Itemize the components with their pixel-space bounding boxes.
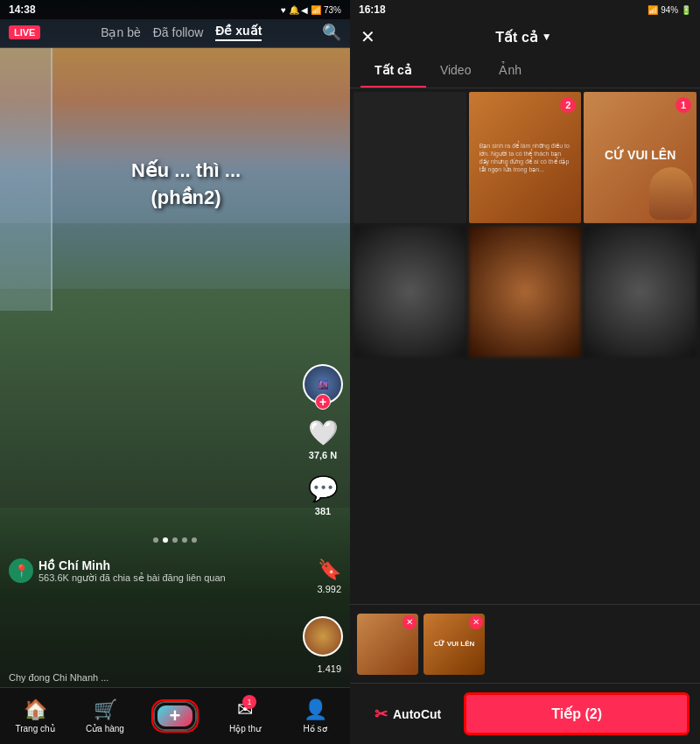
dot-3 bbox=[172, 537, 178, 543]
media-cell-6[interactable] bbox=[584, 226, 696, 357]
nav-tabs: Bạn bè Đã follow Đề xuất bbox=[101, 24, 262, 41]
nav-shop[interactable]: 🛒 Cửa hàng bbox=[70, 698, 140, 733]
selected-thumb-2[interactable]: CỨ VUI LÊN ✕ bbox=[424, 614, 485, 675]
comment-count: 381 bbox=[315, 506, 331, 516]
filter-tab-video[interactable]: Video bbox=[426, 54, 486, 88]
autocut-button[interactable]: ✂ AutoCut bbox=[360, 696, 455, 733]
tab-dexuat[interactable]: Đề xuất bbox=[215, 24, 262, 41]
right-actions: 🌆 + 🤍 37,6 N 💬 381 bbox=[303, 364, 343, 516]
dot-1 bbox=[153, 537, 158, 543]
media-cell-4[interactable] bbox=[354, 226, 466, 357]
media-cell-1[interactable] bbox=[354, 92, 466, 223]
plus-icon: + bbox=[170, 705, 181, 727]
location-name: Hồ Chí Minh bbox=[38, 558, 226, 572]
bookmark-block[interactable]: 🔖 3.992 bbox=[317, 558, 341, 594]
caption-bar: Chy đong Chi Nhanh ... bbox=[0, 672, 350, 683]
right-panel: 16:18 📶 94% 🔋 ✕ Tất cả ▼ Tất cả Video Ản… bbox=[350, 0, 700, 744]
live-badge[interactable]: LIVE bbox=[9, 25, 40, 39]
follow-plus-button[interactable]: + bbox=[315, 394, 331, 410]
filter-tab-all[interactable]: Tất cả bbox=[360, 54, 426, 88]
filter-tab-photo[interactable]: Ảnh bbox=[485, 54, 536, 88]
left-status-icons: ♥ 🔔 ◀ 📶 73% bbox=[281, 5, 341, 15]
media-row-1: Bạn sinh ra để làm những điều to lớn. Ng… bbox=[354, 92, 696, 223]
window-frame bbox=[0, 48, 52, 311]
location-text: Hồ Chí Minh 563.6K người đã chia sẻ bài … bbox=[38, 558, 226, 584]
location-block: 📍 Hồ Chí Minh 563.6K người đã chia sẻ bà… bbox=[9, 558, 317, 584]
bookmark-icon: 🔖 bbox=[318, 558, 341, 581]
bottom-info: 📍 Hồ Chí Minh 563.6K người đã chia sẻ bà… bbox=[0, 558, 350, 674]
video-text-line2: (phần2) bbox=[150, 186, 220, 208]
video-text-line1: Nếu ... thì ... bbox=[131, 159, 241, 181]
next-label: Tiếp (2) bbox=[551, 706, 602, 721]
selected-thumb-1[interactable]: ✕ bbox=[357, 614, 418, 675]
close-button[interactable]: ✕ bbox=[360, 26, 375, 47]
tab-banje[interactable]: Bạn bè bbox=[101, 25, 141, 39]
video-overlay-text: Nếu ... thì ... (phần2) bbox=[131, 158, 241, 212]
nav-home-label: Trang chủ bbox=[15, 724, 54, 733]
heart-icon: 🤍 bbox=[308, 418, 339, 447]
chevron-down-icon[interactable]: ▼ bbox=[542, 31, 552, 43]
user-avatar-bottom bbox=[303, 616, 343, 656]
nav-profile[interactable]: 👤 Hồ sơ bbox=[280, 698, 350, 733]
creator-avatar[interactable]: 🌆 + bbox=[303, 364, 343, 404]
like-action[interactable]: 🤍 37,6 N bbox=[308, 418, 339, 460]
right-time: 16:18 bbox=[359, 4, 386, 16]
nav-add[interactable]: + bbox=[140, 699, 210, 733]
left-panel: 14:38 ♥ 🔔 ◀ 📶 73% LIVE Bạn bè Đã follow … bbox=[0, 0, 350, 744]
badge-3: 1 bbox=[676, 97, 691, 113]
media-cell-3[interactable]: CỨ VUI LÊN 1 bbox=[584, 92, 696, 223]
shop-icon: 🛒 bbox=[94, 698, 117, 721]
scissors-icon: ✂ bbox=[374, 705, 388, 724]
dot-5 bbox=[192, 537, 197, 543]
tab-dafollow[interactable]: Đã follow bbox=[153, 25, 204, 39]
nav-inbox[interactable]: ✉ 1 Hộp thư bbox=[210, 698, 280, 733]
nav-shop-label: Cửa hàng bbox=[86, 724, 124, 733]
right-status-bar: 16:18 📶 94% 🔋 bbox=[350, 0, 700, 19]
remove-thumb-2[interactable]: ✕ bbox=[469, 615, 483, 629]
media-cell-2[interactable]: Bạn sinh ra để làm những điều to lớn. Ng… bbox=[469, 92, 582, 223]
profile-icon: 👤 bbox=[304, 698, 327, 721]
filter-tabs: Tất cả Video Ảnh bbox=[350, 54, 700, 88]
nav-home[interactable]: 🏠 Trang chủ bbox=[0, 698, 70, 733]
comment-icon: 💬 bbox=[308, 474, 339, 503]
dot-2 bbox=[163, 537, 168, 543]
right-title: Tất cả ▼ bbox=[384, 29, 663, 46]
title-text: Tất cả bbox=[495, 29, 537, 46]
caption-text: Chy đong Chi Nhanh ... bbox=[9, 672, 108, 683]
next-button[interactable]: Tiếp (2) bbox=[464, 692, 690, 735]
autocut-label: AutoCut bbox=[393, 707, 441, 721]
left-status-bar: 14:38 ♥ 🔔 ◀ 📶 73% bbox=[0, 0, 350, 19]
like-count: 37,6 N bbox=[309, 450, 337, 460]
selected-bar: ✕ CỨ VUI LÊN ✕ bbox=[350, 604, 700, 683]
right-status-icons: 📶 94% 🔋 bbox=[648, 5, 691, 15]
bottom-nav: 🏠 Trang chủ 🛒 Cửa hàng + ✉ 1 Hộp thư 👤 bbox=[0, 687, 350, 744]
left-time: 14:38 bbox=[9, 4, 36, 16]
nav-profile-label: Hồ sơ bbox=[304, 724, 327, 733]
road-overlay bbox=[0, 289, 350, 508]
right-top-nav: ✕ Tất cả ▼ bbox=[350, 19, 700, 54]
dot-4 bbox=[182, 537, 187, 543]
bookmark-count: 3.992 bbox=[317, 584, 341, 594]
location-icon: 📍 bbox=[9, 558, 33, 583]
bottom-actions: ✂ AutoCut Tiếp (2) bbox=[350, 683, 700, 744]
media-grid: Bạn sinh ra để làm những điều to lớn. Ng… bbox=[350, 88, 700, 604]
add-button[interactable]: + bbox=[155, 703, 195, 729]
dots-indicator bbox=[153, 537, 197, 543]
media-row-2 bbox=[354, 226, 696, 357]
nav-inbox-label: Hộp thư bbox=[229, 724, 261, 733]
location-sub: 563.6K người đã chia sẻ bài đăng liên qu… bbox=[38, 572, 226, 584]
media-cell-5[interactable] bbox=[469, 226, 582, 357]
comment-action[interactable]: 💬 381 bbox=[308, 474, 339, 516]
card-title: CỨ VUI LÊN bbox=[605, 147, 676, 165]
inbox-badge: 1 bbox=[242, 695, 256, 709]
card-illustration bbox=[649, 167, 693, 220]
remove-thumb-1[interactable]: ✕ bbox=[402, 615, 416, 629]
home-icon: 🏠 bbox=[24, 698, 47, 721]
search-icon[interactable]: 🔍 bbox=[322, 23, 341, 42]
